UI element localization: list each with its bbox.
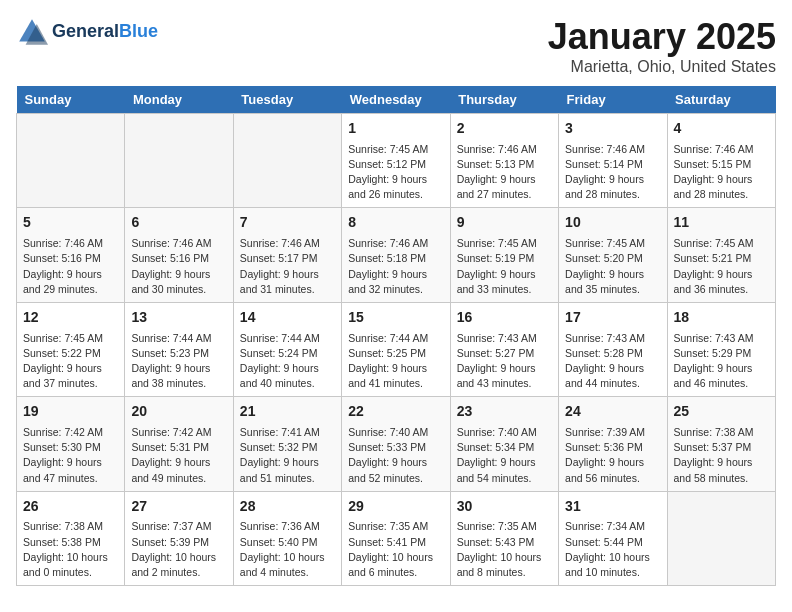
day-info: Sunrise: 7:44 AM Sunset: 5:25 PM Dayligh… (348, 331, 443, 392)
day-cell: 26Sunrise: 7:38 AM Sunset: 5:38 PM Dayli… (17, 491, 125, 585)
day-info: Sunrise: 7:46 AM Sunset: 5:15 PM Dayligh… (674, 142, 769, 203)
page-header: GeneralBlue January 2025 Marietta, Ohio,… (16, 16, 776, 76)
week-row-5: 26Sunrise: 7:38 AM Sunset: 5:38 PM Dayli… (17, 491, 776, 585)
day-number: 28 (240, 497, 335, 517)
day-info: Sunrise: 7:43 AM Sunset: 5:28 PM Dayligh… (565, 331, 660, 392)
day-info: Sunrise: 7:35 AM Sunset: 5:43 PM Dayligh… (457, 519, 552, 580)
calendar-table: SundayMondayTuesdayWednesdayThursdayFrid… (16, 86, 776, 586)
day-cell: 16Sunrise: 7:43 AM Sunset: 5:27 PM Dayli… (450, 302, 558, 396)
day-info: Sunrise: 7:35 AM Sunset: 5:41 PM Dayligh… (348, 519, 443, 580)
day-cell (233, 114, 341, 208)
day-number: 22 (348, 402, 443, 422)
logo-text: GeneralBlue (52, 22, 158, 42)
day-cell: 5Sunrise: 7:46 AM Sunset: 5:16 PM Daylig… (17, 208, 125, 302)
day-cell: 9Sunrise: 7:45 AM Sunset: 5:19 PM Daylig… (450, 208, 558, 302)
day-info: Sunrise: 7:45 AM Sunset: 5:21 PM Dayligh… (674, 236, 769, 297)
day-cell: 14Sunrise: 7:44 AM Sunset: 5:24 PM Dayli… (233, 302, 341, 396)
title-block: January 2025 Marietta, Ohio, United Stat… (548, 16, 776, 76)
day-info: Sunrise: 7:46 AM Sunset: 5:13 PM Dayligh… (457, 142, 552, 203)
day-cell: 4Sunrise: 7:46 AM Sunset: 5:15 PM Daylig… (667, 114, 775, 208)
day-number: 31 (565, 497, 660, 517)
day-info: Sunrise: 7:42 AM Sunset: 5:31 PM Dayligh… (131, 425, 226, 486)
day-cell: 3Sunrise: 7:46 AM Sunset: 5:14 PM Daylig… (559, 114, 667, 208)
day-number: 21 (240, 402, 335, 422)
header-cell-wednesday: Wednesday (342, 86, 450, 114)
header-row: SundayMondayTuesdayWednesdayThursdayFrid… (17, 86, 776, 114)
day-cell: 12Sunrise: 7:45 AM Sunset: 5:22 PM Dayli… (17, 302, 125, 396)
day-cell: 1Sunrise: 7:45 AM Sunset: 5:12 PM Daylig… (342, 114, 450, 208)
header-cell-monday: Monday (125, 86, 233, 114)
day-info: Sunrise: 7:38 AM Sunset: 5:38 PM Dayligh… (23, 519, 118, 580)
day-number: 27 (131, 497, 226, 517)
day-number: 20 (131, 402, 226, 422)
header-cell-saturday: Saturday (667, 86, 775, 114)
day-info: Sunrise: 7:43 AM Sunset: 5:27 PM Dayligh… (457, 331, 552, 392)
day-number: 1 (348, 119, 443, 139)
day-number: 30 (457, 497, 552, 517)
day-cell: 13Sunrise: 7:44 AM Sunset: 5:23 PM Dayli… (125, 302, 233, 396)
day-info: Sunrise: 7:36 AM Sunset: 5:40 PM Dayligh… (240, 519, 335, 580)
day-info: Sunrise: 7:34 AM Sunset: 5:44 PM Dayligh… (565, 519, 660, 580)
day-number: 6 (131, 213, 226, 233)
day-cell: 29Sunrise: 7:35 AM Sunset: 5:41 PM Dayli… (342, 491, 450, 585)
day-number: 19 (23, 402, 118, 422)
day-number: 29 (348, 497, 443, 517)
day-number: 13 (131, 308, 226, 328)
day-cell: 15Sunrise: 7:44 AM Sunset: 5:25 PM Dayli… (342, 302, 450, 396)
day-info: Sunrise: 7:37 AM Sunset: 5:39 PM Dayligh… (131, 519, 226, 580)
day-info: Sunrise: 7:38 AM Sunset: 5:37 PM Dayligh… (674, 425, 769, 486)
day-cell (667, 491, 775, 585)
day-info: Sunrise: 7:40 AM Sunset: 5:33 PM Dayligh… (348, 425, 443, 486)
day-info: Sunrise: 7:39 AM Sunset: 5:36 PM Dayligh… (565, 425, 660, 486)
day-cell: 7Sunrise: 7:46 AM Sunset: 5:17 PM Daylig… (233, 208, 341, 302)
day-cell: 18Sunrise: 7:43 AM Sunset: 5:29 PM Dayli… (667, 302, 775, 396)
week-row-1: 1Sunrise: 7:45 AM Sunset: 5:12 PM Daylig… (17, 114, 776, 208)
day-cell (17, 114, 125, 208)
day-info: Sunrise: 7:45 AM Sunset: 5:20 PM Dayligh… (565, 236, 660, 297)
day-cell: 6Sunrise: 7:46 AM Sunset: 5:16 PM Daylig… (125, 208, 233, 302)
day-cell (125, 114, 233, 208)
day-info: Sunrise: 7:45 AM Sunset: 5:22 PM Dayligh… (23, 331, 118, 392)
day-cell: 25Sunrise: 7:38 AM Sunset: 5:37 PM Dayli… (667, 397, 775, 491)
day-info: Sunrise: 7:46 AM Sunset: 5:17 PM Dayligh… (240, 236, 335, 297)
day-number: 16 (457, 308, 552, 328)
day-number: 12 (23, 308, 118, 328)
day-number: 3 (565, 119, 660, 139)
day-info: Sunrise: 7:44 AM Sunset: 5:23 PM Dayligh… (131, 331, 226, 392)
day-info: Sunrise: 7:46 AM Sunset: 5:16 PM Dayligh… (23, 236, 118, 297)
day-cell: 31Sunrise: 7:34 AM Sunset: 5:44 PM Dayli… (559, 491, 667, 585)
day-info: Sunrise: 7:46 AM Sunset: 5:16 PM Dayligh… (131, 236, 226, 297)
logo-icon (16, 16, 48, 48)
day-number: 10 (565, 213, 660, 233)
day-number: 15 (348, 308, 443, 328)
day-info: Sunrise: 7:45 AM Sunset: 5:19 PM Dayligh… (457, 236, 552, 297)
day-cell: 24Sunrise: 7:39 AM Sunset: 5:36 PM Dayli… (559, 397, 667, 491)
day-number: 7 (240, 213, 335, 233)
day-cell: 19Sunrise: 7:42 AM Sunset: 5:30 PM Dayli… (17, 397, 125, 491)
week-row-4: 19Sunrise: 7:42 AM Sunset: 5:30 PM Dayli… (17, 397, 776, 491)
day-cell: 20Sunrise: 7:42 AM Sunset: 5:31 PM Dayli… (125, 397, 233, 491)
day-number: 24 (565, 402, 660, 422)
day-cell: 27Sunrise: 7:37 AM Sunset: 5:39 PM Dayli… (125, 491, 233, 585)
day-number: 14 (240, 308, 335, 328)
week-row-2: 5Sunrise: 7:46 AM Sunset: 5:16 PM Daylig… (17, 208, 776, 302)
day-number: 5 (23, 213, 118, 233)
day-number: 17 (565, 308, 660, 328)
day-cell: 21Sunrise: 7:41 AM Sunset: 5:32 PM Dayli… (233, 397, 341, 491)
day-info: Sunrise: 7:46 AM Sunset: 5:18 PM Dayligh… (348, 236, 443, 297)
day-number: 11 (674, 213, 769, 233)
day-number: 25 (674, 402, 769, 422)
day-number: 2 (457, 119, 552, 139)
day-cell: 2Sunrise: 7:46 AM Sunset: 5:13 PM Daylig… (450, 114, 558, 208)
week-row-3: 12Sunrise: 7:45 AM Sunset: 5:22 PM Dayli… (17, 302, 776, 396)
header-cell-sunday: Sunday (17, 86, 125, 114)
day-number: 4 (674, 119, 769, 139)
day-cell: 23Sunrise: 7:40 AM Sunset: 5:34 PM Dayli… (450, 397, 558, 491)
day-info: Sunrise: 7:41 AM Sunset: 5:32 PM Dayligh… (240, 425, 335, 486)
calendar-title: January 2025 (548, 16, 776, 58)
day-cell: 17Sunrise: 7:43 AM Sunset: 5:28 PM Dayli… (559, 302, 667, 396)
day-info: Sunrise: 7:42 AM Sunset: 5:30 PM Dayligh… (23, 425, 118, 486)
day-info: Sunrise: 7:40 AM Sunset: 5:34 PM Dayligh… (457, 425, 552, 486)
day-number: 23 (457, 402, 552, 422)
day-cell: 8Sunrise: 7:46 AM Sunset: 5:18 PM Daylig… (342, 208, 450, 302)
